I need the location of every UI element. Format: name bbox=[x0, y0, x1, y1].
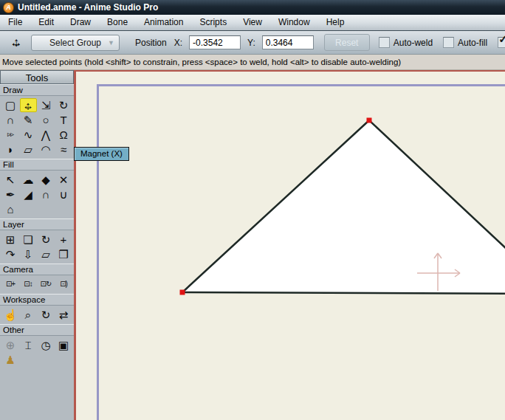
menu-window[interactable]: Window bbox=[270, 15, 318, 30]
status-bar: Move selected points (hold <shift> to co… bbox=[0, 55, 505, 70]
tool-curvature-icon[interactable]: ∩ bbox=[2, 113, 19, 127]
tool-create-shape-icon[interactable]: ☁ bbox=[20, 173, 37, 187]
tool-bend-points-icon[interactable]: ⋀ bbox=[38, 128, 55, 142]
tool-scale-layer-icon[interactable]: ❏ bbox=[20, 233, 37, 247]
menu-edit[interactable]: Edit bbox=[30, 15, 62, 30]
tool-crosshair-disabled-icon: ⊕ bbox=[2, 338, 19, 352]
menu-file[interactable]: File bbox=[0, 15, 30, 30]
tool-perspective-points-icon[interactable]: ◗ bbox=[2, 142, 19, 156]
triangle-shape bbox=[182, 120, 505, 294]
menu-draw[interactable]: Draw bbox=[62, 15, 99, 30]
menu-view[interactable]: View bbox=[235, 15, 270, 30]
checkbox-auto-weld[interactable]: Auto-weld bbox=[379, 37, 433, 48]
title-bar[interactable]: A Untitled.anme - Anime Studio Pro bbox=[0, 0, 505, 15]
tool-curve-exposure-icon[interactable]: ∪ bbox=[55, 187, 72, 202]
y-label: Y: bbox=[247, 38, 255, 48]
canvas[interactable] bbox=[74, 70, 505, 420]
tool-translate-layer-icon[interactable]: ⊞ bbox=[2, 233, 19, 247]
unchecked-box-icon[interactable] bbox=[443, 37, 454, 48]
tool-delete-shape-icon[interactable]: ✕ bbox=[55, 173, 72, 187]
toolbar-checkboxes: Auto-weldAuto-fill✓Shape bbox=[379, 37, 505, 48]
tool-bone-tool-icon[interactable]: ⌶ bbox=[20, 338, 37, 352]
tool-rotate-layer-z-icon[interactable]: ↻ bbox=[38, 233, 55, 247]
checkbox-shape[interactable]: ✓Shape bbox=[498, 37, 505, 48]
tool-add-point-icon[interactable]: ✎ bbox=[20, 113, 37, 127]
drawing-layer bbox=[76, 72, 505, 420]
section-header-camera: Camera bbox=[0, 264, 74, 275]
menu-animation[interactable]: Animation bbox=[136, 15, 191, 30]
tool-rotate-layer-y-icon[interactable]: ↷ bbox=[2, 247, 19, 261]
checked-box-icon[interactable]: ✓ bbox=[498, 37, 505, 48]
checkbox-auto-fill[interactable]: Auto-fill bbox=[443, 37, 487, 48]
tool-pan-tilt-camera-icon[interactable]: ⊡) bbox=[55, 278, 72, 292]
tool-curve-profile-fill-icon[interactable]: ∩ bbox=[38, 187, 55, 202]
tool-paint-bucket-icon[interactable]: ◆ bbox=[38, 173, 55, 187]
reset-button[interactable]: Reset bbox=[324, 34, 370, 51]
tool-zoom-workspace-icon[interactable]: ⌕ bbox=[20, 308, 37, 322]
tool-options-bar: ↔↕ Select Group ▼ Position X: Y: Reset A… bbox=[0, 31, 505, 55]
tool-track-camera-icon[interactable]: ⊡+ bbox=[2, 278, 19, 292]
tool-preview-image-icon[interactable]: ▣ bbox=[55, 338, 72, 352]
tool-noise-icon[interactable]: ≈ bbox=[55, 142, 72, 156]
menu-scripts[interactable]: Scripts bbox=[191, 15, 235, 30]
tools-panel-title[interactable]: Tools bbox=[0, 70, 74, 84]
section-header-fill: Fill bbox=[0, 159, 74, 171]
checkbox-label: Auto-weld bbox=[394, 38, 433, 48]
tool-set-origin-icon[interactable]: + bbox=[55, 233, 72, 247]
tool-roll-camera-icon[interactable]: ⊡↻ bbox=[38, 278, 55, 292]
tool-eyedropper-icon[interactable]: ✒ bbox=[2, 187, 19, 202]
group-select-value: Select Group bbox=[49, 38, 101, 48]
position-label: Position bbox=[135, 38, 167, 48]
tool-scatter-brush-icon[interactable]: ▹▹ bbox=[2, 128, 19, 142]
section-header-other: Other bbox=[0, 324, 74, 336]
tool-select-points-icon[interactable]: ▢ bbox=[2, 98, 19, 112]
menu-help[interactable]: Help bbox=[318, 15, 353, 30]
unchecked-box-icon[interactable] bbox=[379, 37, 390, 48]
anime-studio-window: A Untitled.anme - Anime Studio Pro FileE… bbox=[0, 0, 505, 420]
app-icon: A bbox=[3, 2, 14, 13]
tool-zoom-camera-icon[interactable]: ⊡↕ bbox=[20, 278, 37, 292]
checkmark-icon: ✓ bbox=[498, 32, 505, 46]
tool-curve-arc-icon[interactable]: ◠ bbox=[38, 142, 55, 156]
selected-point-handle bbox=[367, 118, 372, 123]
group-select-dropdown[interactable]: Select Group ▼ bbox=[31, 35, 120, 51]
section-header-layer: Layer bbox=[0, 218, 74, 230]
tool-scale-points-icon[interactable]: ⇲ bbox=[38, 98, 55, 112]
selected-point-handle bbox=[180, 290, 185, 295]
tool-curve-profile-icon[interactable]: ∿ bbox=[20, 128, 37, 142]
menu-bar: FileEditDrawBoneAnimationScriptsViewWind… bbox=[0, 15, 505, 31]
section-header-draw: Draw bbox=[0, 84, 74, 96]
tool-draw-shape-icon[interactable]: ○ bbox=[38, 113, 55, 127]
status-text: Move selected points (hold <shift> to co… bbox=[2, 58, 401, 66]
tooltip-magnet: Magnet (X) bbox=[74, 147, 129, 161]
tool-rotate-points-icon[interactable]: ↻ bbox=[55, 98, 72, 112]
window-title: Untitled.anme - Anime Studio Pro bbox=[18, 2, 158, 13]
menu-bone[interactable]: Bone bbox=[99, 15, 136, 30]
tool-pan-workspace-icon[interactable]: ☝ bbox=[2, 308, 19, 322]
position-y-input[interactable] bbox=[262, 35, 314, 49]
translate-points-icon: ↔↕ bbox=[9, 35, 24, 50]
tool-line-width-icon[interactable]: ◢ bbox=[20, 187, 37, 202]
tool-magnet-icon[interactable]: Ω bbox=[55, 128, 72, 142]
position-x-input[interactable] bbox=[189, 35, 241, 49]
tool-character-wizard-icon[interactable]: ♟ bbox=[2, 353, 19, 367]
tool-reset-workspace-icon[interactable]: ⇄ bbox=[55, 308, 72, 322]
tool-translate-points-icon[interactable]: ↔↕ bbox=[20, 98, 37, 112]
tools-panel: Tools Draw▢↔↕⇲↻∩✎○T▹▹∿⋀Ω◗▱◠≈Fill↖☁◆✕✒◢∩∪… bbox=[0, 70, 76, 420]
tool-select-shape-icon[interactable]: ↖ bbox=[2, 173, 19, 187]
tool-shear-layer-icon[interactable]: ▱ bbox=[38, 247, 55, 261]
checkbox-label: Auto-fill bbox=[458, 38, 487, 48]
tool-flip-layer-icon[interactable]: ⇩ bbox=[20, 247, 37, 261]
section-header-workspace: Workspace bbox=[0, 294, 74, 306]
tool-hide-edge-icon[interactable]: ⌂ bbox=[2, 202, 19, 216]
tool-shear-points-icon[interactable]: ▱ bbox=[20, 142, 37, 156]
tool-timing-clock-icon[interactable]: ◷ bbox=[38, 338, 55, 352]
tool-stack-layer-icon[interactable]: ❐ bbox=[55, 247, 72, 261]
tool-insert-text-icon[interactable]: T bbox=[55, 113, 72, 127]
tool-rotate-workspace-icon[interactable]: ↻ bbox=[38, 308, 55, 322]
x-label: X: bbox=[174, 38, 182, 48]
chevron-down-icon: ▼ bbox=[108, 39, 114, 47]
